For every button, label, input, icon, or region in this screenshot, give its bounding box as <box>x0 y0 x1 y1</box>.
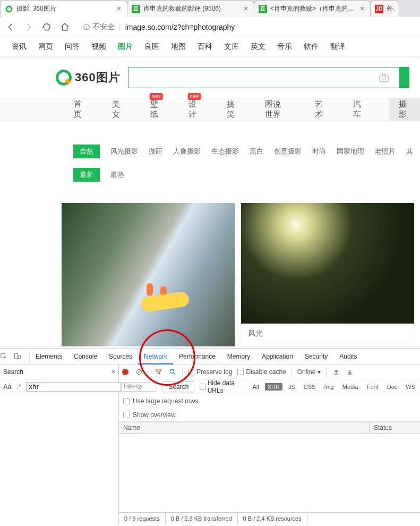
preserve-log-checkbox[interactable]: Preserve log <box>188 368 232 376</box>
filter-item[interactable]: 黑白 <box>250 147 263 156</box>
card-caption: 风光 <box>241 324 414 344</box>
site-logo[interactable]: 360图片 <box>56 70 121 86</box>
type-chip[interactable]: All <box>250 383 261 391</box>
close-icon[interactable]: × <box>358 5 366 13</box>
type-chip[interactable]: Media <box>340 383 361 391</box>
filter-item[interactable]: 其 <box>406 147 413 156</box>
forward-button[interactable] <box>23 22 34 32</box>
site-nav-item[interactable]: 资讯 <box>12 42 27 52</box>
site-nav-item[interactable]: 软件 <box>304 42 319 52</box>
site-nav-item[interactable]: 百科 <box>198 42 212 52</box>
home-button[interactable] <box>59 22 70 32</box>
devtools-tab[interactable]: Console <box>68 349 103 364</box>
filter-item[interactable]: 生态摄影 <box>211 147 239 156</box>
close-icon[interactable]: × <box>115 5 123 13</box>
type-chip[interactable]: WS <box>403 383 418 391</box>
close-icon[interactable]: × <box>242 5 250 13</box>
category-tab[interactable]: 美女 <box>110 99 126 120</box>
record-button[interactable] <box>121 368 130 376</box>
browser-tab-2[interactable]: 豆 <肖申克的救赎>（肖申克的救赎 × <box>254 0 371 17</box>
category-tab[interactable]: 搞笑 <box>225 99 241 120</box>
inspect-element-icon[interactable] <box>0 353 14 360</box>
type-chip[interactable]: Doc <box>384 383 400 391</box>
match-case-toggle[interactable]: Aa <box>3 383 11 391</box>
search-icon[interactable] <box>168 368 177 376</box>
throttling-select[interactable]: Online▾ <box>297 368 321 376</box>
camera-icon[interactable] <box>378 72 399 83</box>
devtools-tab[interactable]: Application <box>256 349 299 364</box>
search-dropdown[interactable]: Search <box>162 381 194 392</box>
filter-item[interactable]: 创意摄影 <box>274 147 302 156</box>
category-tab[interactable]: 首页 <box>72 99 88 120</box>
search-sidebar-input[interactable] <box>26 382 121 392</box>
filter-item[interactable]: 国家地理 <box>337 147 364 156</box>
site-nav-item[interactable]: 地图 <box>171 42 186 52</box>
site-nav-item[interactable]: 音乐 <box>277 42 292 52</box>
site-nav-item[interactable]: 英文 <box>251 42 265 52</box>
search-input[interactable] <box>128 67 378 88</box>
category-tab[interactable]: 图说世界 <box>263 99 290 120</box>
disable-cache-checkbox[interactable]: Disable cache <box>237 368 286 376</box>
device-toggle-icon[interactable] <box>14 353 28 360</box>
filter-icon[interactable] <box>155 368 163 376</box>
devtools-tab[interactable]: Sources <box>103 349 138 364</box>
category-tab[interactable]: 壁纸new <box>148 99 164 120</box>
network-filter-input[interactable]: Filter <box>121 382 157 392</box>
type-chip[interactable]: Font <box>364 383 381 391</box>
close-icon[interactable]: × <box>112 368 115 376</box>
hide-data-urls-checkbox[interactable]: Hide data URLs <box>200 379 244 394</box>
filter-item[interactable]: 风光摄影 <box>110 147 138 156</box>
upload-har-icon[interactable] <box>332 368 340 376</box>
site-nav-item[interactable]: 翻译 <box>330 42 345 52</box>
network-pane: Preserve log Disable cache Online▾ Filte… <box>119 364 420 524</box>
gallery-card[interactable]: 风光 <box>241 203 414 346</box>
site-nav-item[interactable]: 问答 <box>65 42 80 52</box>
gallery-card[interactable] <box>62 203 235 346</box>
reload-button[interactable] <box>41 22 52 32</box>
col-name[interactable]: Name <box>119 422 370 433</box>
category-tab[interactable]: 艺术 <box>313 99 329 120</box>
category-tab[interactable]: 汽车 <box>351 99 367 120</box>
type-chip[interactable]: Img <box>321 383 336 391</box>
site-nav-item[interactable]: 网页 <box>38 42 53 52</box>
devtools-panes: Search × Aa .* ⟳ ⊘ Preserve log Disabl <box>0 364 420 524</box>
devtools-tab[interactable]: Memory <box>221 349 256 364</box>
category-tab[interactable]: 摄影 <box>389 98 420 121</box>
show-overview-checkbox[interactable]: Show overview <box>119 408 420 422</box>
filter-item[interactable]: 最热 <box>110 170 124 180</box>
devtools-tab[interactable]: Performance <box>173 349 221 364</box>
filter-item[interactable]: 微距 <box>149 147 162 156</box>
devtools-tab[interactable]: Elements <box>30 349 68 364</box>
url-field[interactable]: 不安全 | image.so.com/z?ch=photography <box>78 20 415 34</box>
back-button[interactable] <box>5 22 16 32</box>
filter-item[interactable]: 老照片 <box>375 147 396 156</box>
favicon-jd-icon: JD <box>375 5 383 13</box>
download-har-icon[interactable] <box>346 368 354 376</box>
category-tab[interactable]: 设计new <box>186 99 202 120</box>
use-large-rows-checkbox[interactable]: Use large request rows <box>119 394 420 408</box>
browser-tab-0[interactable]: 摄影_360图片 × <box>0 0 127 17</box>
search-box <box>128 67 409 88</box>
site-nav-item[interactable]: 良医 <box>144 42 159 52</box>
devtools-tab[interactable]: Audits <box>333 349 363 364</box>
info-icon <box>83 23 90 31</box>
devtools-tab[interactable]: Network <box>138 349 173 364</box>
browser-tab-1[interactable]: 豆 肖申克的救赎的影评 (9506) × <box>127 0 254 17</box>
type-chip[interactable]: CSS <box>301 383 319 391</box>
filter-item[interactable]: 时尚 <box>312 147 326 156</box>
search-button[interactable] <box>399 67 409 88</box>
site-nav-item[interactable]: 文库 <box>224 42 239 52</box>
favicon-so-icon <box>5 5 13 13</box>
col-status[interactable]: Status <box>370 422 420 433</box>
clear-icon[interactable] <box>135 368 143 376</box>
filter-pill-active[interactable]: 最新 <box>73 168 100 182</box>
filter-pill-active[interactable]: 自然 <box>73 145 100 158</box>
site-nav-item[interactable]: 图片 <box>118 42 133 52</box>
type-chip[interactable]: XHR <box>265 383 282 391</box>
site-nav-item[interactable]: 视频 <box>91 42 106 52</box>
type-chip[interactable]: JS <box>286 383 298 391</box>
devtools-tab[interactable]: Security <box>299 349 333 364</box>
browser-tab-3[interactable]: JD 外国小 <box>370 0 399 17</box>
regex-toggle[interactable]: .* <box>16 383 21 391</box>
filter-item[interactable]: 人像摄影 <box>173 147 201 156</box>
